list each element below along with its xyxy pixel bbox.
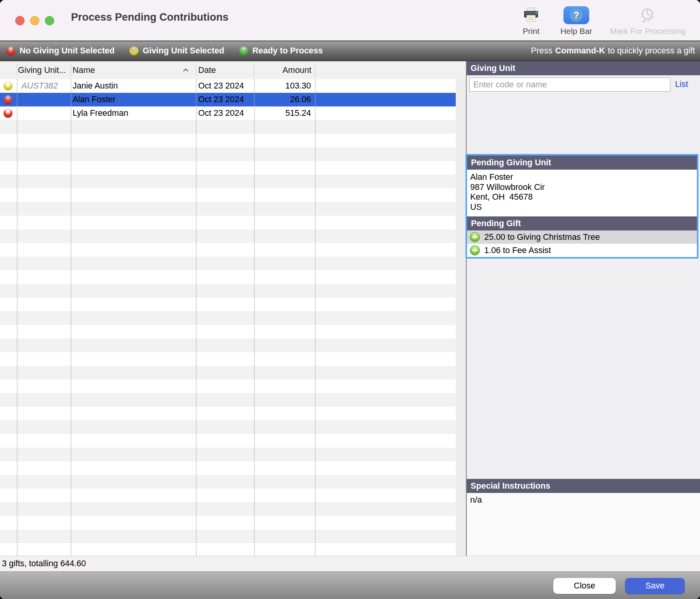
column-separator (315, 64, 315, 76)
legend-item-yellow: Giving Unit Selected (130, 46, 224, 56)
close-button[interactable]: Close (553, 578, 616, 594)
mark-for-processing-button[interactable]: Mark For Processing (603, 5, 693, 36)
summary-bar: 3 gifts, totalling 644.60 (0, 556, 700, 572)
table-row-lyla-freedman[interactable]: Lyla Freedman Oct 23 2024 515.24 (0, 106, 456, 120)
bottom-bar: Close Save (0, 572, 700, 599)
gift-description: 1.06 to Fee Assist (484, 246, 551, 255)
status-dot (4, 95, 12, 104)
table-row-alan-foster-selected[interactable]: Alan Foster Oct 23 2024 26.06 (0, 93, 456, 106)
pending-gift-row[interactable]: 1.06 to Fee Assist (467, 244, 697, 257)
legend-label: Giving Unit Selected (143, 46, 224, 56)
giving-unit-header: Giving Unit (467, 61, 700, 75)
legend-item-red: No Giving Unit Selected (6, 46, 115, 56)
window-minimize-icon[interactable] (30, 16, 39, 25)
legend-items: No Giving Unit Selected Giving Unit Sele… (0, 46, 323, 56)
legend-item-green: Ready to Process (239, 46, 323, 56)
column-gridline (254, 79, 255, 556)
detail-panel: Giving Unit List Pending Giving Unit Ala… (467, 61, 700, 556)
column-header-date[interactable]: Date (198, 61, 216, 79)
column-header-giving-unit[interactable]: Giving Unit... (18, 61, 66, 79)
cell-date: Oct 23 2024 (198, 106, 244, 120)
contributions-table: AUST382 Janie Austin Oct 23 2024 103.30 … (0, 79, 456, 556)
cell-amount: 515.24 (254, 106, 313, 120)
process-arrow-icon[interactable] (470, 245, 480, 255)
green-status-icon (239, 46, 248, 55)
red-status-icon (6, 46, 15, 55)
table-row-janie-austin[interactable]: AUST382 Janie Austin Oct 23 2024 103.30 (0, 79, 456, 93)
column-separator (71, 64, 71, 76)
printer-icon (512, 5, 551, 26)
mark-for-processing-label: Mark For Processing (603, 27, 693, 36)
pending-selection-block: Pending Giving Unit Alan Foster987 Willo… (465, 154, 698, 259)
help-question-icon: ? (553, 5, 600, 26)
pending-giving-unit-header: Pending Giving Unit (467, 156, 697, 170)
table-header: Giving Unit... Name Date Amount (0, 61, 466, 80)
column-gridline (196, 79, 197, 556)
title-bar: Process Pending Contributions Print ? He (0, 0, 700, 41)
address-city-state-zip: Kent, OH 45678 (470, 192, 693, 202)
sort-ascending-icon (182, 61, 190, 79)
yellow-status-icon (130, 46, 139, 55)
clock-processing-icon (603, 5, 693, 26)
print-button[interactable]: Print (512, 5, 551, 36)
help-bar-button[interactable]: ? Help Bar (553, 5, 600, 36)
help-bar-label: Help Bar (553, 27, 600, 36)
cell-date: Oct 23 2024 (198, 93, 244, 106)
column-gridline (71, 79, 71, 556)
column-separator (196, 64, 196, 76)
column-separator (254, 64, 254, 76)
column-gridline (17, 79, 18, 556)
list-link[interactable]: List (675, 80, 688, 89)
column-header-amount[interactable]: Amount (254, 61, 313, 79)
column-header-name[interactable]: Name (73, 61, 95, 79)
special-instructions-value: n/a (467, 493, 700, 556)
pending-giving-unit-address: Alan Foster987 Willowbrook CirKent, OH 4… (467, 170, 697, 216)
status-dot (4, 109, 12, 118)
column-gridline (315, 79, 316, 556)
cell-date: Oct 23 2024 (198, 79, 244, 93)
print-label: Print (512, 27, 551, 36)
window-close-icon[interactable] (15, 16, 25, 25)
gift-description: 25.00 to Giving Christmas Tree (484, 232, 600, 242)
status-dot (4, 82, 12, 90)
column-separator (17, 64, 17, 76)
shortcut-key: Command-K (555, 46, 605, 56)
cell-amount: 26.06 (254, 93, 313, 106)
address-street: 987 Willowbrook Cir (470, 183, 693, 193)
legend-label: Ready to Process (252, 46, 323, 56)
legend-label: No Giving Unit Selected (20, 46, 115, 56)
legend-bar: No Giving Unit Selected Giving Unit Sele… (0, 41, 700, 61)
vertical-scrollbar[interactable] (456, 79, 466, 556)
address-country: US (470, 202, 693, 213)
cell-giving-unit-code: AUST382 (21, 79, 58, 93)
cell-name: Alan Foster (73, 93, 115, 106)
app-window: Process Pending Contributions Print ? He (0, 0, 700, 599)
cell-amount: 103.30 (254, 79, 313, 93)
cell-name: Janie Austin (73, 79, 118, 93)
address-name: Alan Foster (470, 172, 693, 183)
page-title: Process Pending Contributions (71, 11, 229, 23)
giving-unit-search-input[interactable] (469, 78, 670, 92)
special-instructions-header: Special Instructions (467, 479, 700, 493)
process-arrow-icon[interactable] (470, 232, 480, 242)
window-zoom-icon[interactable] (45, 16, 54, 25)
gifts-total-summary: 3 gifts, totalling 644.60 (2, 559, 86, 569)
save-button[interactable]: Save (625, 578, 685, 594)
cell-name: Lyla Freedman (73, 106, 128, 120)
pending-gift-header: Pending Gift (467, 216, 697, 230)
pending-gift-row[interactable]: 25.00 to Giving Christmas Tree (467, 230, 697, 244)
shortcut-hint: PressCommand-Kto quickly process a gift (531, 41, 695, 61)
